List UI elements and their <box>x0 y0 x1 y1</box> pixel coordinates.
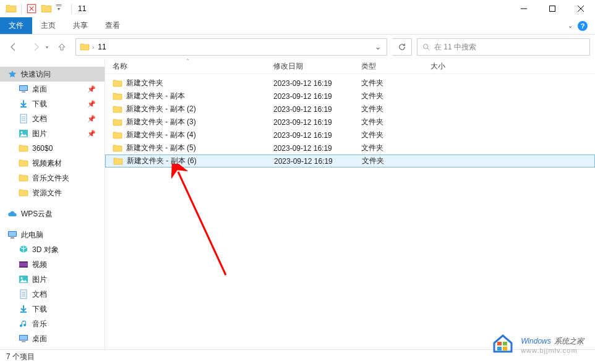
file-date: 2023-09-12 16:19 <box>267 157 354 166</box>
folder-icon <box>113 79 122 88</box>
file-list[interactable]: 新建文件夹 2023-09-12 16:19 文件夹 新建文件夹 - 副本 20… <box>105 74 595 167</box>
up-button[interactable] <box>53 38 71 56</box>
sidebar-quick-access[interactable]: 快速访问 <box>0 67 105 82</box>
picture-icon <box>19 129 28 138</box>
sidebar-item-label: 下载 <box>32 99 47 109</box>
address-bar[interactable]: › 11 ⌄ <box>75 38 387 56</box>
sidebar-item[interactable]: 图片 <box>0 272 105 287</box>
breadcrumb[interactable]: 11 <box>94 43 109 51</box>
folder-quick-icon[interactable] <box>41 3 52 14</box>
back-button[interactable] <box>5 38 22 56</box>
tab-home[interactable]: 主页 <box>32 17 64 34</box>
sidebar-item[interactable]: 桌面📌 <box>0 82 105 96</box>
sidebar-item[interactable]: 下载📌 <box>0 96 105 111</box>
svg-rect-18 <box>9 232 16 236</box>
folder-app-icon <box>6 3 17 14</box>
ribbon-collapse-icon[interactable]: ⌄ <box>568 22 573 29</box>
column-header-date[interactable]: 修改日期 <box>266 61 354 72</box>
document-icon <box>19 114 28 124</box>
file-row[interactable]: 新建文件夹 - 副本 (2) 2023-09-12 16:19 文件夹 <box>105 103 595 116</box>
file-name: 新建文件夹 - 副本 (6) <box>127 156 197 166</box>
sidebar-item-label: 资源文件 <box>32 188 62 198</box>
sidebar-item[interactable]: 文档 <box>0 287 105 302</box>
file-date: 2023-09-12 16:19 <box>266 118 354 127</box>
svg-line-6 <box>427 48 429 50</box>
sidebar-item-label: 360$0 <box>32 144 53 153</box>
folder-icon <box>113 118 122 127</box>
properties-quick-icon[interactable] <box>26 3 37 14</box>
sidebar-item-label: 音乐文件夹 <box>32 173 69 184</box>
sidebar-this-pc[interactable]: 此电脑 <box>0 227 105 242</box>
title-bar: ▾═ 11 <box>0 0 595 17</box>
folder-icon <box>19 158 28 168</box>
sidebar-item[interactable]: 360$0 <box>0 141 105 156</box>
status-bar: 7 个项目 <box>0 349 595 364</box>
tab-file[interactable]: 文件 <box>0 17 32 34</box>
sidebar-item[interactable]: 视频 <box>0 257 105 272</box>
file-row[interactable]: 新建文件夹 - 副本 (4) 2023-09-12 16:19 文件夹 <box>105 129 595 142</box>
history-dropdown-icon[interactable]: ▾ <box>46 44 48 50</box>
sidebar-item[interactable]: 视频素材 <box>0 156 105 171</box>
sidebar-item[interactable]: 桌面 <box>0 331 105 346</box>
sidebar-wps-cloud[interactable]: WPS云盘 <box>0 206 105 221</box>
svg-point-16 <box>21 132 23 133</box>
file-name: 新建文件夹 - 副本 (4) <box>126 130 196 140</box>
file-name: 新建文件夹 <box>126 78 163 88</box>
svg-point-5 <box>424 44 428 48</box>
sidebar-label: 快速访问 <box>21 69 51 80</box>
maximize-button[interactable] <box>538 0 567 17</box>
file-row[interactable]: 新建文件夹 2023-09-12 16:19 文件夹 <box>105 77 595 90</box>
sidebar-item[interactable]: 图片📌 <box>0 126 105 141</box>
file-type: 文件夹 <box>354 78 423 88</box>
file-date: 2023-09-12 16:19 <box>266 144 354 153</box>
column-header-type[interactable]: 类型 <box>354 61 423 72</box>
sidebar-item-label: 图片 <box>32 274 47 285</box>
tab-view[interactable]: 查看 <box>96 17 129 34</box>
search-input[interactable]: 在 11 中搜索 <box>417 38 590 56</box>
minimize-button[interactable] <box>510 0 538 17</box>
qat-dropdown-icon[interactable]: ▾═ <box>56 3 67 14</box>
forward-button[interactable] <box>27 38 45 56</box>
sidebar-item-label: 文档 <box>32 289 47 300</box>
ribbon-tabs: 文件 主页 共享 查看 ⌄ ? <box>0 17 595 35</box>
file-name: 新建文件夹 - 副本 (3) <box>126 117 196 127</box>
file-type: 文件夹 <box>354 156 424 166</box>
svg-rect-21 <box>19 261 28 263</box>
folder-icon <box>80 43 90 51</box>
file-row[interactable]: 新建文件夹 - 副本 (6) 2023-09-12 16:19 文件夹 <box>105 154 595 167</box>
folder-icon <box>19 143 28 153</box>
tab-share[interactable]: 共享 <box>64 17 96 34</box>
pin-icon: 📌 <box>87 100 96 108</box>
svg-rect-19 <box>11 237 14 239</box>
sidebar-item-label: 3D 对象 <box>32 245 59 255</box>
svg-rect-22 <box>19 266 28 268</box>
sidebar-item[interactable]: 音乐文件夹 <box>0 171 105 185</box>
sidebar-label: 此电脑 <box>21 230 43 240</box>
file-type: 文件夹 <box>354 117 423 127</box>
sidebar-item[interactable]: 文档📌 <box>0 111 105 126</box>
3d-icon <box>19 245 28 255</box>
file-row[interactable]: 新建文件夹 - 副本 (3) 2023-09-12 16:19 文件夹 <box>105 116 595 129</box>
sidebar-item-label: 桌面 <box>32 84 47 95</box>
file-row[interactable]: 新建文件夹 - 副本 2023-09-12 16:19 文件夹 <box>105 90 595 103</box>
music-icon <box>19 319 28 329</box>
folder-icon <box>19 188 28 198</box>
sidebar-item[interactable]: 3D 对象 <box>0 242 105 257</box>
column-header-size[interactable]: 大小 <box>423 61 473 72</box>
help-icon[interactable]: ? <box>578 21 588 31</box>
svg-rect-9 <box>22 91 25 93</box>
folder-icon <box>113 105 122 114</box>
sidebar-item-label: 图片 <box>32 129 47 139</box>
address-dropdown-icon[interactable]: ⌄ <box>370 43 385 51</box>
pin-icon: 📌 <box>87 115 96 123</box>
sidebar-item-label: 文档 <box>32 114 47 124</box>
refresh-button[interactable] <box>392 38 412 56</box>
file-row[interactable]: 新建文件夹 - 副本 (5) 2023-09-12 16:19 文件夹 <box>105 142 595 154</box>
main-area: 快速访问 桌面📌下载📌文档📌图片📌360$0视频素材音乐文件夹资源文件 WPS云… <box>0 59 595 349</box>
nav-bar: ▾ › 11 ⌄ 在 11 中搜索 <box>0 35 595 59</box>
sidebar-label: WPS云盘 <box>21 209 53 219</box>
sidebar-item[interactable]: 下载 <box>0 302 105 316</box>
sidebar-item[interactable]: 音乐 <box>0 316 105 331</box>
close-button[interactable] <box>567 0 595 17</box>
sidebar-item[interactable]: 资源文件 <box>0 185 105 200</box>
